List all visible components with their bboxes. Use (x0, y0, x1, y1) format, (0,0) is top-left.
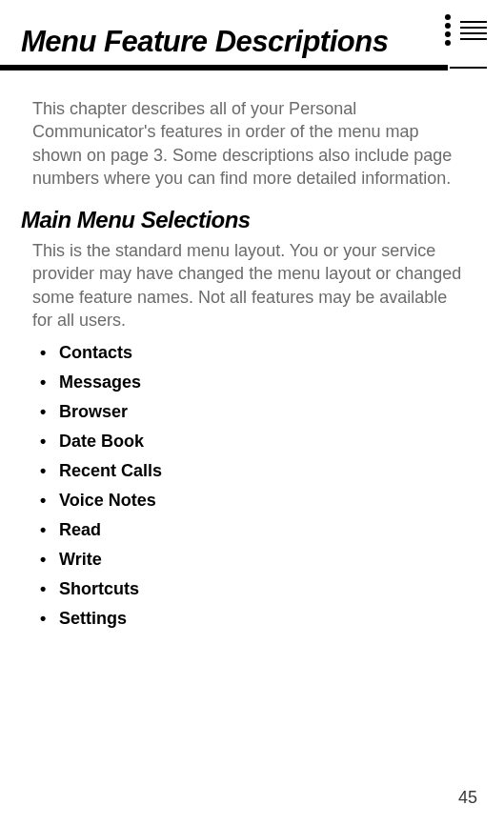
list-item: Shortcuts (40, 579, 470, 599)
list-item: Read (40, 520, 470, 540)
page-number: 45 (458, 788, 477, 808)
section-intro: This is the standard menu layout. You or… (32, 239, 470, 332)
title-rule (0, 65, 504, 76)
list-item: Date Book (40, 432, 470, 452)
list-item: Write (40, 550, 470, 570)
chapter-intro: This chapter describes all of your Perso… (32, 97, 470, 190)
list-item: Recent Calls (40, 461, 470, 481)
list-item: Settings (40, 609, 470, 629)
header-decoration-icon (445, 11, 487, 49)
menu-list: Contacts Messages Browser Date Book Rece… (40, 343, 470, 629)
section-title-main-menu: Main Menu Selections (21, 207, 470, 233)
list-item: Browser (40, 402, 470, 422)
list-item: Messages (40, 372, 470, 392)
page-title: Menu Feature Descriptions (21, 25, 504, 59)
list-item: Voice Notes (40, 491, 470, 511)
list-item: Contacts (40, 343, 470, 363)
